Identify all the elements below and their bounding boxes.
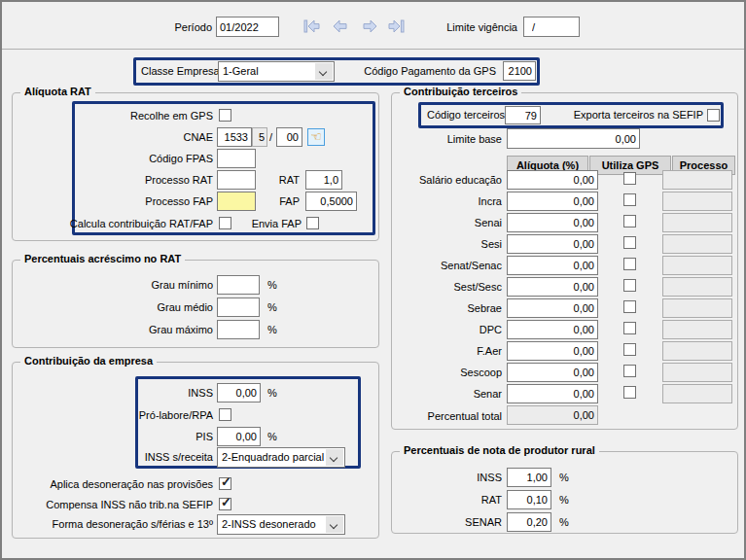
- pis-input[interactable]: [217, 427, 261, 446]
- terceiros-utiliza-gps-checkbox[interactable]: [623, 236, 636, 249]
- rat-input[interactable]: [305, 170, 342, 190]
- rat-label: RAT: [256, 170, 300, 190]
- terceiros-aliquota-input[interactable]: [507, 298, 598, 318]
- terceiros-utiliza-gps-checkbox[interactable]: [623, 279, 636, 292]
- pis-label: PIS: [32, 427, 213, 446]
- rural-senar-label: SENAR: [392, 512, 502, 532]
- classe-empresa-highlight-panel: Classe Empresa 1-Geral Código Pagamento …: [133, 57, 540, 86]
- percentual-total-field: [507, 405, 598, 425]
- processo-fap-label: Processo FAP: [32, 192, 213, 211]
- percentuais-rat-groupbox: Percentuais acréscimo no RAT Grau mínimo…: [12, 260, 379, 348]
- limite-base-input[interactable]: [507, 128, 640, 149]
- rural-inss-label: INSS: [392, 468, 502, 487]
- classe-empresa-label: Classe Empresa: [141, 61, 220, 81]
- grau-maximo-percent: %: [267, 320, 277, 339]
- aliquota-rat-title: Alíquota RAT: [20, 86, 95, 97]
- processo-rat-input[interactable]: [217, 170, 256, 190]
- rural-rat-input[interactable]: [507, 490, 551, 509]
- terceiros-aliquota-input[interactable]: [507, 192, 598, 211]
- terceiros-row-label: Senai: [392, 213, 502, 232]
- classe-empresa-select[interactable]: 1-Geral: [218, 61, 335, 82]
- terceiros-processo-field: [662, 320, 732, 339]
- terceiros-utiliza-gps-checkbox[interactable]: [623, 258, 636, 270]
- grau-medio-percent: %: [267, 298, 277, 317]
- terceiros-processo-field: [662, 213, 732, 232]
- produtor-rural-groupbox: Percentuais de nota de produtor rural IN…: [391, 451, 738, 534]
- inss-sreceita-select[interactable]: 2-Enquadrado parcial: [217, 447, 345, 468]
- nav-prev-button[interactable]: [329, 18, 352, 37]
- nav-last-button[interactable]: [385, 18, 409, 37]
- contribuicao-empresa-groupbox: Contribuição da empresa INSS % Pró-labor…: [12, 362, 379, 539]
- nav-first-button[interactable]: [300, 18, 323, 37]
- aplica-desoneracao-checkbox[interactable]: [219, 477, 231, 490]
- exporta-terceiros-checkbox[interactable]: [707, 109, 720, 122]
- terceiros-aliquota-input[interactable]: [507, 213, 598, 232]
- recolhe-gps-checkbox[interactable]: [219, 109, 231, 122]
- percentuais-rat-title: Percentuais acréscimo no RAT: [20, 253, 185, 264]
- terceiros-processo-field: [662, 298, 732, 318]
- grau-maximo-input[interactable]: [217, 320, 260, 339]
- first-arrow-icon: [301, 18, 322, 35]
- chevron-down-icon[interactable]: [326, 449, 343, 466]
- terceiros-aliquota-input[interactable]: [507, 170, 598, 190]
- cnae-label: CNAE: [32, 127, 213, 147]
- envia-fap-label: Envia FAP: [241, 214, 302, 233]
- inss-empresa-input[interactable]: [217, 383, 261, 402]
- terceiros-utiliza-gps-checkbox[interactable]: [623, 300, 636, 313]
- codigo-terceiros-input[interactable]: [505, 106, 541, 124]
- grau-medio-input[interactable]: [217, 298, 260, 317]
- terceiros-aliquota-input[interactable]: [507, 256, 598, 275]
- cnae-suffix-input[interactable]: [276, 127, 302, 147]
- pis-percent: %: [267, 427, 277, 446]
- produtor-rural-title: Percentuais de nota de produtor rural: [400, 444, 599, 456]
- terceiros-row-label: F.Aer: [392, 341, 502, 361]
- prev-arrow-icon: [330, 18, 351, 35]
- topbar-divider: [2, 49, 744, 50]
- chevron-down-icon[interactable]: [315, 63, 333, 80]
- grau-medio-label: Grau médio: [32, 298, 213, 317]
- forma-desoneracao-select[interactable]: 2-INSS desonerado: [217, 514, 345, 535]
- limit-validity-input[interactable]: [523, 17, 580, 37]
- calcula-rat-fap-checkbox[interactable]: [219, 217, 231, 229]
- rural-inss-input[interactable]: [507, 468, 551, 487]
- terceiros-aliquota-input[interactable]: [507, 363, 598, 382]
- cnae-lookup-button[interactable]: ☜: [307, 128, 325, 146]
- envia-fap-checkbox[interactable]: [306, 217, 319, 229]
- terceiros-aliquota-input[interactable]: [507, 384, 598, 403]
- terceiros-utiliza-gps-checkbox[interactable]: [623, 365, 636, 377]
- terceiros-row-label: Sest/Sesc: [392, 277, 502, 297]
- terceiros-utiliza-gps-checkbox[interactable]: [623, 343, 636, 356]
- last-arrow-icon: [386, 18, 408, 35]
- rural-senar-input[interactable]: [507, 512, 551, 532]
- terceiros-utiliza-gps-checkbox[interactable]: [623, 215, 636, 228]
- aliquota-rat-groupbox: Alíquota RAT Recolhe em GPS CNAE / ☜ Cód…: [12, 92, 379, 241]
- forma-desoneracao-value: 2-INSS desonerado: [222, 518, 316, 530]
- recolhe-gps-label: Recolhe em GPS: [32, 106, 213, 125]
- nav-next-button[interactable]: [358, 18, 381, 37]
- codigo-pagamento-gps-input[interactable]: [503, 61, 536, 81]
- terceiros-utiliza-gps-checkbox[interactable]: [623, 386, 636, 399]
- processo-fap-input[interactable]: [217, 192, 256, 211]
- codigo-pagamento-gps-label: Código Pagamento da GPS: [350, 61, 496, 81]
- inss-sreceita-label: INSS s/receita: [32, 447, 213, 467]
- terceiros-utiliza-gps-checkbox[interactable]: [623, 172, 636, 185]
- fap-label: FAP: [256, 192, 300, 211]
- period-input[interactable]: [216, 17, 279, 37]
- grau-minimo-input[interactable]: [217, 275, 260, 295]
- codigo-fpas-input[interactable]: [217, 149, 256, 168]
- terceiros-utiliza-gps-checkbox[interactable]: [623, 193, 636, 206]
- terceiros-aliquota-input[interactable]: [507, 320, 598, 339]
- contribuicao-empresa-title: Contribuição da empresa: [20, 355, 157, 367]
- prolabore-rpa-checkbox[interactable]: [219, 408, 231, 421]
- fap-input[interactable]: [305, 192, 357, 211]
- cnae-input[interactable]: [217, 127, 252, 147]
- terceiros-utiliza-gps-checkbox[interactable]: [623, 322, 636, 334]
- terceiros-aliquota-input[interactable]: [507, 277, 598, 297]
- compensa-inss-checkbox[interactable]: [219, 498, 231, 510]
- terceiros-aliquota-input[interactable]: [507, 341, 598, 361]
- terceiros-processo-field: [662, 234, 732, 254]
- chevron-down-icon[interactable]: [326, 516, 343, 533]
- lookup-hand-icon: ☜: [310, 129, 322, 144]
- compensa-inss-label: Compensa INSS não trib.na SEFIP: [13, 495, 213, 514]
- terceiros-aliquota-input[interactable]: [507, 234, 598, 254]
